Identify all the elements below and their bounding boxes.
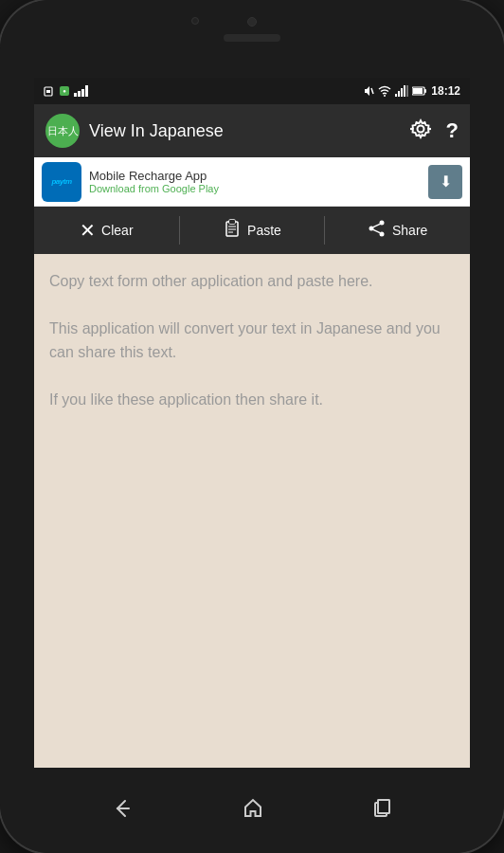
recents-button[interactable] — [372, 798, 393, 824]
clipboard-icon — [223, 219, 242, 243]
svg-rect-13 — [406, 85, 408, 97]
app-icon: 日本人 — [45, 114, 80, 148]
svg-rect-16 — [424, 89, 426, 93]
recents-icon — [372, 798, 393, 819]
svg-rect-11 — [401, 88, 403, 97]
sim-icon — [44, 85, 55, 97]
settings-button[interactable] — [410, 118, 431, 144]
app-icon-label: 日本人 — [47, 124, 79, 138]
help-icon: ? — [446, 118, 459, 142]
mute-icon — [363, 85, 374, 97]
bottom-bezel — [0, 768, 504, 853]
svg-rect-15 — [413, 88, 423, 94]
top-bezel — [0, 0, 504, 78]
speaker — [247, 17, 257, 27]
help-button[interactable]: ? — [446, 118, 459, 143]
wifi-icon — [378, 85, 391, 97]
gear-icon — [410, 118, 431, 139]
front-camera — [191, 17, 199, 25]
svg-line-28 — [373, 229, 380, 232]
ad-subtitle: Download from Google Play — [89, 183, 421, 194]
svg-rect-20 — [229, 220, 235, 224]
status-time: 18:12 — [431, 84, 460, 98]
ad-download-button[interactable]: ⬇ — [428, 165, 462, 199]
back-icon — [111, 797, 134, 820]
svg-marker-6 — [365, 86, 369, 96]
svg-point-17 — [417, 125, 423, 132]
svg-rect-12 — [404, 85, 405, 97]
svg-rect-1 — [46, 90, 50, 93]
svg-rect-3 — [78, 91, 81, 97]
svg-rect-9 — [395, 94, 397, 97]
screen: ● — [34, 78, 470, 768]
ad-text: Mobile Recharge App Download from Google… — [89, 169, 421, 194]
ad-banner[interactable]: paytm Mobile Recharge App Download from … — [34, 157, 470, 207]
placeholder-line-3: If you like these application then share… — [49, 388, 455, 412]
clipboard-svg — [223, 219, 242, 238]
cell-signal-icon — [395, 85, 408, 97]
close-icon: ✕ — [80, 219, 96, 242]
paste-button[interactable]: Paste — [180, 207, 325, 254]
back-button[interactable] — [111, 797, 134, 825]
placeholder-line-2: This application will convert your text … — [49, 317, 455, 365]
app-bar: 日本人 View In Japanese ? — [34, 104, 470, 157]
phone-frame: ● — [0, 0, 504, 853]
share-label: Share — [392, 223, 427, 238]
toolbar: ✕ Clear Paste — [34, 207, 470, 254]
share-button[interactable]: Share — [325, 207, 470, 254]
share-svg — [368, 219, 387, 238]
clear-label: Clear — [101, 223, 133, 238]
svg-rect-31 — [378, 800, 389, 813]
svg-rect-5 — [85, 85, 88, 97]
download-icon: ⬇ — [440, 172, 452, 191]
ad-title: Mobile Recharge App — [89, 169, 421, 183]
placeholder-content: Copy text form other application and pas… — [49, 269, 455, 411]
svg-line-7 — [371, 88, 373, 94]
paste-label: Paste — [247, 223, 281, 238]
svg-rect-2 — [74, 93, 77, 97]
svg-rect-4 — [81, 89, 84, 97]
clear-button[interactable]: ✕ Clear — [34, 207, 179, 254]
text-input-area[interactable]: Copy text form other application and pas… — [34, 254, 470, 768]
app-indicator: ● — [60, 86, 69, 96]
battery-icon — [412, 85, 427, 97]
status-left-icons: ● — [44, 85, 89, 97]
ad-logo: paytm — [42, 162, 81, 202]
signal-strength-icon — [74, 85, 89, 97]
home-icon — [243, 798, 263, 819]
earpiece — [224, 34, 280, 42]
share-icon — [368, 219, 387, 243]
placeholder-line-1: Copy text form other application and pas… — [49, 269, 455, 294]
status-right-icons: 18:12 — [363, 84, 460, 98]
svg-rect-10 — [398, 91, 400, 97]
svg-point-24 — [380, 220, 385, 225]
svg-point-26 — [369, 226, 374, 230]
app-bar-actions: ? — [410, 118, 459, 144]
svg-line-27 — [373, 224, 380, 227]
app-title: View In Japanese — [89, 121, 401, 141]
status-bar: ● — [34, 78, 470, 104]
svg-point-8 — [384, 95, 386, 97]
svg-point-25 — [380, 231, 385, 236]
home-button[interactable] — [243, 798, 263, 824]
